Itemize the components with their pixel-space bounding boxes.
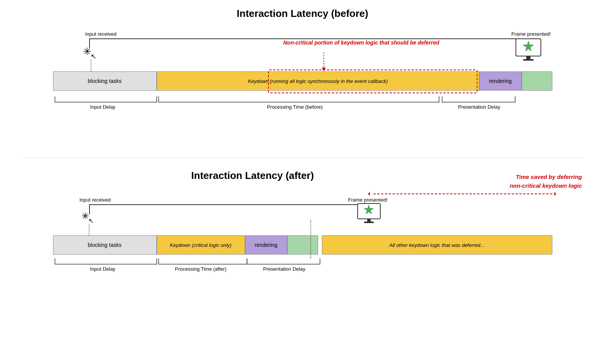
after-deferred-bar: All other keydown logic that was deferre…	[322, 235, 552, 255]
after-blocking-bar: blocking tasks	[53, 235, 157, 255]
after-red-note: Time saved by deferringnon-critical keyd…	[482, 173, 582, 190]
after-bars-row: blocking tasks Keydown (critical logic o…	[53, 235, 552, 255]
before-spark-icon: ✳	[83, 46, 91, 56]
after-processing-label: Processing Time (after)	[157, 266, 245, 272]
before-blocking-bar: blocking tasks	[53, 71, 157, 91]
before-cursor-icon: ↖	[91, 52, 96, 61]
svg-marker-7	[368, 192, 370, 196]
section-divider	[23, 158, 582, 158]
svg-marker-5	[322, 68, 326, 71]
after-spark-icon: ✳	[81, 212, 89, 221]
svg-rect-2	[523, 59, 534, 61]
after-green-bar	[287, 235, 318, 255]
after-rendering-bar: rendering	[245, 235, 287, 255]
after-frame-label: Frame presented!	[345, 197, 391, 203]
before-rendering-bar: rendering	[479, 71, 522, 91]
after-time-saved-arrow	[368, 190, 560, 198]
before-frame-label: Frame presented!	[508, 31, 554, 37]
after-monitor-icon	[356, 203, 381, 227]
after-input-label: Input received	[76, 197, 114, 203]
before-keydown-bar: Keydown (running all logic synchronously…	[157, 71, 479, 91]
after-overall-brace	[53, 197, 552, 216]
before-red-note: Non-critical portion of keydown logic th…	[283, 39, 439, 47]
svg-rect-1	[526, 56, 530, 59]
before-title: Interaction Latency (before)	[23, 8, 582, 20]
after-title: Interaction Latency (after)	[23, 170, 482, 182]
before-presentation-label: Presentation Delay	[437, 104, 522, 110]
before-section: Interaction Latency (before) Input recei…	[23, 8, 582, 142]
before-processing-label: Processing Time (before)	[176, 104, 414, 110]
before-monitor-icon	[514, 38, 543, 63]
svg-rect-11	[364, 222, 374, 223]
before-input-delay-label: Input Delay	[72, 104, 134, 110]
after-section: Interaction Latency (after) Time saved b…	[23, 170, 582, 304]
main-container: Interaction Latency (before) Input recei…	[0, 0, 605, 328]
before-input-label: Input received	[82, 31, 120, 37]
before-bars-row: blocking tasks Keydown (running all logi…	[53, 71, 552, 91]
after-presentation-label: Presentation Delay	[241, 266, 328, 272]
before-red-arrow	[322, 52, 326, 71]
after-frame-boundary-line	[310, 220, 311, 258]
svg-marker-8	[554, 192, 556, 196]
after-keydown-bar: Keydown (critical logic only)	[157, 235, 245, 255]
before-cursor-dotted-line	[91, 60, 91, 71]
after-cursor-dotted-line	[89, 224, 90, 235]
before-green-bar	[522, 71, 552, 91]
svg-rect-10	[367, 219, 371, 222]
after-input-delay-label: Input Delay	[72, 266, 134, 272]
